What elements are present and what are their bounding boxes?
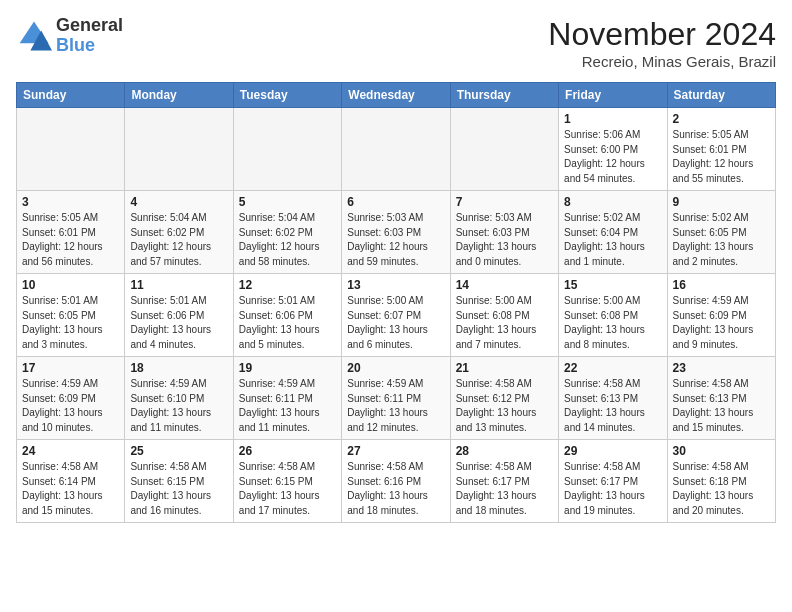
day-cell: 22Sunrise: 4:58 AMSunset: 6:13 PMDayligh… (559, 357, 667, 440)
day-info: Sunrise: 4:59 AMSunset: 6:09 PMDaylight:… (673, 294, 770, 352)
day-number: 19 (239, 361, 336, 375)
day-info: Sunrise: 5:04 AMSunset: 6:02 PMDaylight:… (130, 211, 227, 269)
day-number: 8 (564, 195, 661, 209)
day-cell: 1Sunrise: 5:06 AMSunset: 6:00 PMDaylight… (559, 108, 667, 191)
day-cell: 20Sunrise: 4:59 AMSunset: 6:11 PMDayligh… (342, 357, 450, 440)
day-number: 3 (22, 195, 119, 209)
day-cell: 13Sunrise: 5:00 AMSunset: 6:07 PMDayligh… (342, 274, 450, 357)
day-info: Sunrise: 4:59 AMSunset: 6:11 PMDaylight:… (347, 377, 444, 435)
header-sunday: Sunday (17, 83, 125, 108)
day-cell: 4Sunrise: 5:04 AMSunset: 6:02 PMDaylight… (125, 191, 233, 274)
day-number: 29 (564, 444, 661, 458)
title-block: November 2024 Recreio, Minas Gerais, Bra… (548, 16, 776, 70)
day-cell: 26Sunrise: 4:58 AMSunset: 6:15 PMDayligh… (233, 440, 341, 523)
day-info: Sunrise: 5:00 AMSunset: 6:07 PMDaylight:… (347, 294, 444, 352)
day-number: 18 (130, 361, 227, 375)
day-info: Sunrise: 4:58 AMSunset: 6:14 PMDaylight:… (22, 460, 119, 518)
day-info: Sunrise: 5:01 AMSunset: 6:06 PMDaylight:… (130, 294, 227, 352)
day-cell: 16Sunrise: 4:59 AMSunset: 6:09 PMDayligh… (667, 274, 775, 357)
day-info: Sunrise: 5:00 AMSunset: 6:08 PMDaylight:… (564, 294, 661, 352)
day-number: 11 (130, 278, 227, 292)
calendar-body: 1Sunrise: 5:06 AMSunset: 6:00 PMDaylight… (17, 108, 776, 523)
day-cell (450, 108, 558, 191)
header-thursday: Thursday (450, 83, 558, 108)
day-cell: 9Sunrise: 5:02 AMSunset: 6:05 PMDaylight… (667, 191, 775, 274)
day-cell: 7Sunrise: 5:03 AMSunset: 6:03 PMDaylight… (450, 191, 558, 274)
day-number: 17 (22, 361, 119, 375)
day-info: Sunrise: 4:58 AMSunset: 6:18 PMDaylight:… (673, 460, 770, 518)
week-row-2: 10Sunrise: 5:01 AMSunset: 6:05 PMDayligh… (17, 274, 776, 357)
day-info: Sunrise: 4:58 AMSunset: 6:17 PMDaylight:… (564, 460, 661, 518)
day-cell: 19Sunrise: 4:59 AMSunset: 6:11 PMDayligh… (233, 357, 341, 440)
week-row-1: 3Sunrise: 5:05 AMSunset: 6:01 PMDaylight… (17, 191, 776, 274)
day-cell: 5Sunrise: 5:04 AMSunset: 6:02 PMDaylight… (233, 191, 341, 274)
day-number: 1 (564, 112, 661, 126)
day-number: 9 (673, 195, 770, 209)
week-row-4: 24Sunrise: 4:58 AMSunset: 6:14 PMDayligh… (17, 440, 776, 523)
calendar: SundayMondayTuesdayWednesdayThursdayFrid… (16, 82, 776, 523)
day-cell: 23Sunrise: 4:58 AMSunset: 6:13 PMDayligh… (667, 357, 775, 440)
day-info: Sunrise: 4:59 AMSunset: 6:09 PMDaylight:… (22, 377, 119, 435)
day-cell (342, 108, 450, 191)
header-saturday: Saturday (667, 83, 775, 108)
day-number: 14 (456, 278, 553, 292)
day-cell: 25Sunrise: 4:58 AMSunset: 6:15 PMDayligh… (125, 440, 233, 523)
month-title: November 2024 (548, 16, 776, 53)
day-info: Sunrise: 4:59 AMSunset: 6:10 PMDaylight:… (130, 377, 227, 435)
day-info: Sunrise: 4:58 AMSunset: 6:15 PMDaylight:… (130, 460, 227, 518)
day-cell: 15Sunrise: 5:00 AMSunset: 6:08 PMDayligh… (559, 274, 667, 357)
day-cell: 27Sunrise: 4:58 AMSunset: 6:16 PMDayligh… (342, 440, 450, 523)
day-info: Sunrise: 5:01 AMSunset: 6:06 PMDaylight:… (239, 294, 336, 352)
day-number: 20 (347, 361, 444, 375)
header-wednesday: Wednesday (342, 83, 450, 108)
day-info: Sunrise: 4:59 AMSunset: 6:11 PMDaylight:… (239, 377, 336, 435)
day-number: 24 (22, 444, 119, 458)
day-cell: 2Sunrise: 5:05 AMSunset: 6:01 PMDaylight… (667, 108, 775, 191)
day-number: 6 (347, 195, 444, 209)
day-number: 15 (564, 278, 661, 292)
header-row: SundayMondayTuesdayWednesdayThursdayFrid… (17, 83, 776, 108)
day-info: Sunrise: 5:03 AMSunset: 6:03 PMDaylight:… (456, 211, 553, 269)
location: Recreio, Minas Gerais, Brazil (548, 53, 776, 70)
day-number: 10 (22, 278, 119, 292)
day-info: Sunrise: 5:04 AMSunset: 6:02 PMDaylight:… (239, 211, 336, 269)
day-info: Sunrise: 4:58 AMSunset: 6:13 PMDaylight:… (673, 377, 770, 435)
day-cell (233, 108, 341, 191)
day-info: Sunrise: 4:58 AMSunset: 6:16 PMDaylight:… (347, 460, 444, 518)
day-cell: 17Sunrise: 4:59 AMSunset: 6:09 PMDayligh… (17, 357, 125, 440)
day-number: 28 (456, 444, 553, 458)
week-row-3: 17Sunrise: 4:59 AMSunset: 6:09 PMDayligh… (17, 357, 776, 440)
day-number: 16 (673, 278, 770, 292)
day-info: Sunrise: 5:05 AMSunset: 6:01 PMDaylight:… (673, 128, 770, 186)
day-number: 22 (564, 361, 661, 375)
header-monday: Monday (125, 83, 233, 108)
header-tuesday: Tuesday (233, 83, 341, 108)
day-info: Sunrise: 5:06 AMSunset: 6:00 PMDaylight:… (564, 128, 661, 186)
day-cell (125, 108, 233, 191)
page-header: General Blue November 2024 Recreio, Mina… (16, 16, 776, 70)
day-cell: 14Sunrise: 5:00 AMSunset: 6:08 PMDayligh… (450, 274, 558, 357)
day-info: Sunrise: 5:00 AMSunset: 6:08 PMDaylight:… (456, 294, 553, 352)
day-cell: 6Sunrise: 5:03 AMSunset: 6:03 PMDaylight… (342, 191, 450, 274)
day-number: 13 (347, 278, 444, 292)
day-number: 21 (456, 361, 553, 375)
day-cell: 21Sunrise: 4:58 AMSunset: 6:12 PMDayligh… (450, 357, 558, 440)
day-number: 4 (130, 195, 227, 209)
day-cell: 28Sunrise: 4:58 AMSunset: 6:17 PMDayligh… (450, 440, 558, 523)
day-cell: 11Sunrise: 5:01 AMSunset: 6:06 PMDayligh… (125, 274, 233, 357)
day-cell: 3Sunrise: 5:05 AMSunset: 6:01 PMDaylight… (17, 191, 125, 274)
day-info: Sunrise: 5:05 AMSunset: 6:01 PMDaylight:… (22, 211, 119, 269)
day-number: 26 (239, 444, 336, 458)
day-number: 2 (673, 112, 770, 126)
logo: General Blue (16, 16, 123, 56)
day-cell: 24Sunrise: 4:58 AMSunset: 6:14 PMDayligh… (17, 440, 125, 523)
day-info: Sunrise: 5:02 AMSunset: 6:04 PMDaylight:… (564, 211, 661, 269)
day-info: Sunrise: 5:03 AMSunset: 6:03 PMDaylight:… (347, 211, 444, 269)
day-cell: 29Sunrise: 4:58 AMSunset: 6:17 PMDayligh… (559, 440, 667, 523)
day-number: 5 (239, 195, 336, 209)
day-number: 7 (456, 195, 553, 209)
day-info: Sunrise: 4:58 AMSunset: 6:17 PMDaylight:… (456, 460, 553, 518)
day-number: 27 (347, 444, 444, 458)
day-cell: 12Sunrise: 5:01 AMSunset: 6:06 PMDayligh… (233, 274, 341, 357)
day-cell: 8Sunrise: 5:02 AMSunset: 6:04 PMDaylight… (559, 191, 667, 274)
